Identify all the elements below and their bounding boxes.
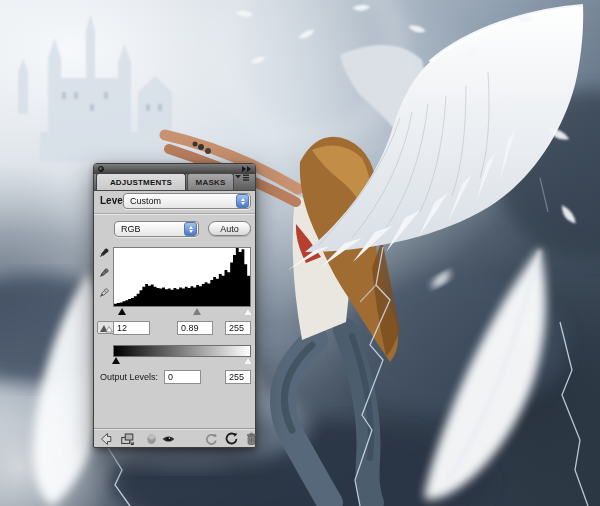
stepper-icon <box>236 194 249 208</box>
switch-panel-view-icon[interactable] <box>119 431 135 446</box>
panel-menu-icon[interactable] <box>234 168 250 186</box>
highlight-input[interactable] <box>225 321 251 335</box>
gamma-input[interactable] <box>177 321 213 335</box>
photoshop-canvas: ADJUSTMENTS MASKS Levels Custom RGB <box>0 0 600 506</box>
auto-button-label: Auto <box>220 224 239 234</box>
output-high-input[interactable] <box>225 370 251 384</box>
black-point-eyedropper-icon[interactable] <box>97 247 110 260</box>
auto-button[interactable]: Auto <box>208 221 251 236</box>
panel-footer <box>94 428 255 447</box>
channel-select[interactable]: RGB <box>114 221 199 237</box>
output-levels-label: Output Levels: <box>100 372 158 382</box>
tab-masks[interactable]: MASKS <box>187 173 234 190</box>
tab-adjustments-label: ADJUSTMENTS <box>110 178 172 187</box>
clip-to-layer-icon[interactable] <box>143 431 159 446</box>
shadow-input[interactable] <box>113 321 150 335</box>
shadow-slider[interactable] <box>118 308 126 315</box>
divider <box>94 213 255 215</box>
eyedropper-tools <box>97 247 110 300</box>
stepper-icon <box>184 222 197 236</box>
levels-panel-content: Levels Custom RGB Auto <box>94 191 255 428</box>
preset-select[interactable]: Custom <box>123 193 251 209</box>
visibility-eye-icon[interactable] <box>160 431 176 446</box>
reset-icon[interactable] <box>223 431 239 446</box>
input-levels-row <box>94 321 255 335</box>
input-sliders <box>113 308 251 317</box>
adjustments-panel: ADJUSTMENTS MASKS Levels Custom RGB <box>93 163 256 448</box>
white-point-eyedropper-icon[interactable] <box>97 287 110 300</box>
close-icon[interactable] <box>98 166 104 172</box>
output-black-slider[interactable] <box>112 357 120 364</box>
preset-select-value: Custom <box>124 196 236 206</box>
trash-icon[interactable] <box>243 431 259 446</box>
output-gradient-bar <box>113 345 251 357</box>
output-levels-row: Output Levels: <box>94 370 255 384</box>
output-sliders <box>113 357 251 365</box>
gray-point-eyedropper-icon[interactable] <box>97 267 110 280</box>
view-previous-state-icon[interactable] <box>202 431 218 446</box>
artwork-illustration <box>0 0 600 506</box>
tab-masks-label: MASKS <box>196 178 226 187</box>
tab-adjustments[interactable]: ADJUSTMENTS <box>96 173 186 190</box>
castle-silhouette <box>18 14 180 162</box>
highlight-slider[interactable] <box>244 308 252 315</box>
panel-tab-bar: ADJUSTMENTS MASKS <box>94 174 255 191</box>
output-white-slider[interactable] <box>244 357 252 364</box>
levels-histogram <box>113 247 251 307</box>
output-low-input[interactable] <box>164 370 201 384</box>
midtone-slider[interactable] <box>193 308 201 315</box>
channel-select-value: RGB <box>115 224 184 234</box>
return-arrow-icon[interactable] <box>97 431 113 446</box>
